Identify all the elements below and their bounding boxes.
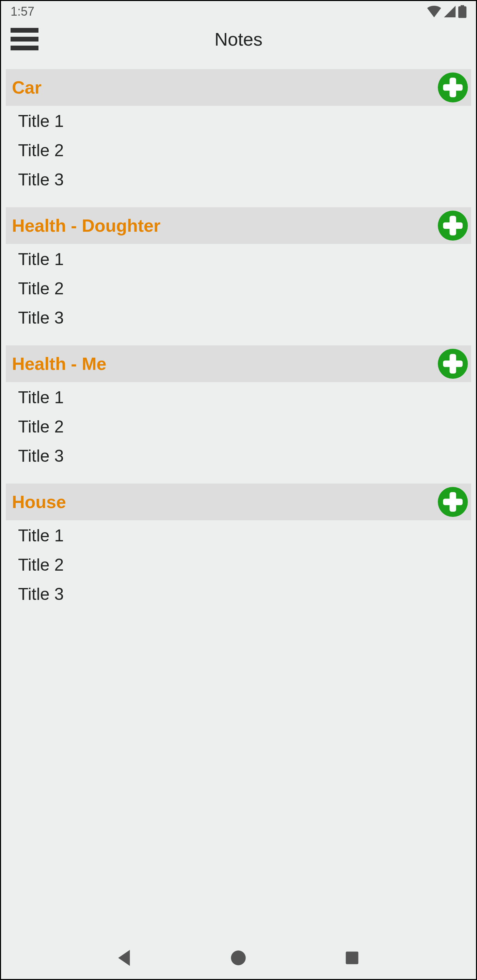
category-title: House — [12, 492, 66, 512]
category-header-house[interactable]: House — [6, 484, 471, 520]
recent-button[interactable] — [340, 946, 364, 970]
add-button[interactable] — [437, 72, 469, 103]
note-list: Title 1 Title 2 Title 3 — [6, 382, 471, 484]
home-button[interactable] — [227, 946, 250, 970]
note-list: Title 1 Title 2 Title 3 — [6, 244, 471, 345]
category-title: Car — [12, 77, 41, 98]
svg-rect-11 — [450, 492, 456, 512]
note-item[interactable]: Title 2 — [6, 550, 471, 579]
note-item[interactable]: Title 1 — [6, 107, 471, 136]
note-item[interactable]: Title 3 — [6, 165, 471, 194]
svg-rect-13 — [346, 952, 359, 964]
menu-icon[interactable] — [11, 25, 38, 53]
category-title: Health - Me — [12, 353, 106, 374]
note-list: Title 1 Title 2 Title 3 — [6, 520, 471, 622]
category-header-health-doughter[interactable]: Health - Doughter — [6, 207, 471, 244]
app-bar: Notes — [1, 22, 476, 56]
add-button[interactable] — [437, 486, 469, 517]
signal-icon — [444, 6, 456, 18]
back-button[interactable] — [113, 946, 137, 970]
plus-icon — [437, 348, 469, 379]
plus-icon — [437, 486, 469, 517]
nav-bar — [0, 936, 477, 980]
page-title: Notes — [1, 29, 476, 50]
svg-rect-2 — [450, 78, 456, 97]
note-item[interactable]: Title 3 — [6, 441, 471, 471]
note-item[interactable]: Title 2 — [6, 274, 471, 303]
note-item[interactable]: Title 3 — [6, 579, 471, 609]
home-icon — [230, 950, 247, 966]
status-bar: 1:57 — [1, 1, 476, 22]
back-icon — [116, 949, 134, 967]
wifi-icon — [427, 6, 441, 18]
svg-rect-5 — [450, 216, 456, 235]
add-button[interactable] — [437, 348, 469, 379]
recent-icon — [344, 950, 360, 966]
category-title: Health - Doughter — [12, 215, 160, 236]
note-list: Title 1 Title 2 Title 3 — [6, 106, 471, 207]
status-time: 1:57 — [11, 5, 34, 19]
category-header-car[interactable]: Car — [6, 69, 471, 106]
note-item[interactable]: Title 3 — [6, 303, 471, 332]
status-icons — [427, 5, 466, 18]
note-item[interactable]: Title 1 — [6, 521, 471, 550]
battery-icon — [458, 5, 466, 18]
category-header-health-me[interactable]: Health - Me — [6, 345, 471, 382]
note-item[interactable]: Title 2 — [6, 136, 471, 165]
content-area: Car Title 1 Title 2 Title 3 Health - Dou… — [1, 56, 476, 622]
note-item[interactable]: Title 1 — [6, 383, 471, 412]
note-item[interactable]: Title 1 — [6, 245, 471, 274]
svg-point-12 — [231, 950, 246, 965]
plus-icon — [437, 72, 469, 103]
svg-rect-8 — [450, 354, 456, 374]
add-button[interactable] — [437, 210, 469, 241]
note-item[interactable]: Title 2 — [6, 412, 471, 441]
plus-icon — [437, 210, 469, 241]
